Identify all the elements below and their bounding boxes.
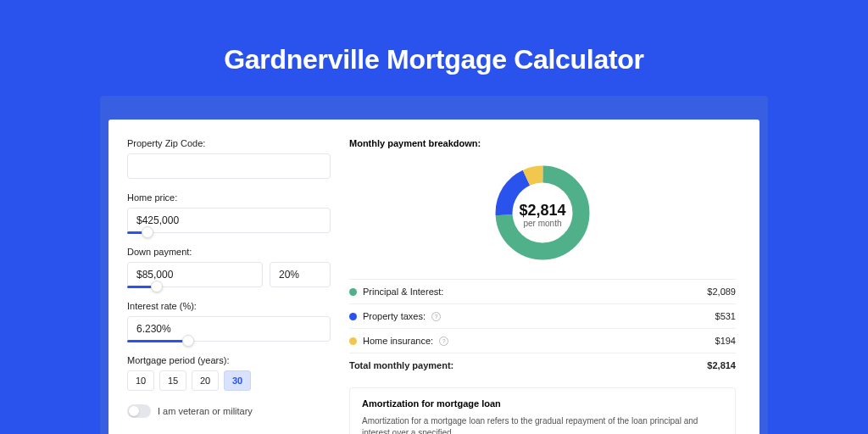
right-column: Monthly payment breakdown: $2,814 per mo… xyxy=(349,138,736,434)
legend-row-tax: Property taxes: ? $531 xyxy=(349,303,736,328)
donut-sub: per month xyxy=(519,219,565,228)
page-title: Gardnerville Mortgage Calculator xyxy=(0,44,868,75)
rate-input[interactable] xyxy=(127,316,331,342)
legend-label: Property taxes: xyxy=(363,311,426,321)
veteran-toggle-thumb xyxy=(129,406,139,416)
period-btn-20[interactable]: 20 xyxy=(192,370,219,391)
down-label: Down payment: xyxy=(127,247,331,257)
dot-icon xyxy=(349,337,357,345)
total-label: Total monthly payment: xyxy=(349,360,453,370)
donut-chart: $2,814 per month xyxy=(492,162,593,267)
total-value: $2,814 xyxy=(707,360,736,370)
price-label: Home price: xyxy=(127,192,331,203)
amortization-title: Amortization for mortgage loan xyxy=(362,398,723,409)
breakdown-title: Monthly payment breakdown: xyxy=(349,138,736,148)
rate-label: Interest rate (%): xyxy=(127,301,331,311)
calculator-panel: Property Zip Code: Home price: Down paym… xyxy=(108,120,760,434)
rate-slider[interactable] xyxy=(127,341,331,342)
down-slider[interactable] xyxy=(127,287,263,287)
rate-slider-thumb[interactable] xyxy=(182,335,194,347)
info-icon[interactable]: ? xyxy=(439,337,448,346)
veteran-toggle[interactable] xyxy=(127,404,151,418)
legend-row-pi: Principal & Interest: $2,089 xyxy=(349,279,736,303)
legend-label: Principal & Interest: xyxy=(363,287,443,297)
donut-center: $2,814 per month xyxy=(519,202,565,228)
zip-label: Property Zip Code: xyxy=(127,138,331,148)
price-input[interactable] xyxy=(127,208,331,233)
dot-icon xyxy=(349,288,357,296)
legend-label: Home insurance: xyxy=(363,336,433,346)
down-field: Down payment: xyxy=(127,247,331,287)
period-btn-15[interactable]: 15 xyxy=(159,370,186,391)
down-pct-input[interactable] xyxy=(270,262,331,287)
legend-row-total: Total monthly payment: $2,814 xyxy=(349,353,736,377)
dot-icon xyxy=(349,313,357,320)
donut-total: $2,814 xyxy=(519,202,565,220)
zip-input[interactable] xyxy=(127,153,331,179)
period-field: Mortgage period (years): 10 15 20 30 xyxy=(127,355,331,391)
period-label: Mortgage period (years): xyxy=(127,355,331,365)
price-slider[interactable] xyxy=(127,232,331,233)
down-slider-thumb[interactable] xyxy=(151,281,163,292)
price-slider-thumb[interactable] xyxy=(142,226,153,238)
veteran-row: I am veteran or military xyxy=(127,404,331,418)
left-column: Property Zip Code: Home price: Down paym… xyxy=(127,138,331,434)
price-field: Home price: xyxy=(127,192,331,233)
legend-value: $2,089 xyxy=(707,287,736,297)
amortization-text: Amortization for a mortgage loan refers … xyxy=(362,415,723,434)
legend-value: $194 xyxy=(715,336,736,346)
period-btn-30[interactable]: 30 xyxy=(224,370,251,391)
veteran-label: I am veteran or military xyxy=(158,406,253,416)
period-button-group: 10 15 20 30 xyxy=(127,370,331,391)
down-value-input[interactable] xyxy=(127,262,263,287)
amortization-box: Amortization for mortgage loan Amortizat… xyxy=(349,387,736,434)
panel-container: Property Zip Code: Home price: Down paym… xyxy=(100,96,768,434)
legend-value: $531 xyxy=(715,311,736,321)
period-btn-10[interactable]: 10 xyxy=(127,370,154,391)
donut-chart-wrap: $2,814 per month xyxy=(349,155,736,279)
legend-row-ins: Home insurance: ? $194 xyxy=(349,328,736,353)
rate-field: Interest rate (%): xyxy=(127,301,331,342)
zip-field: Property Zip Code: xyxy=(127,138,331,179)
info-icon[interactable]: ? xyxy=(431,312,441,321)
